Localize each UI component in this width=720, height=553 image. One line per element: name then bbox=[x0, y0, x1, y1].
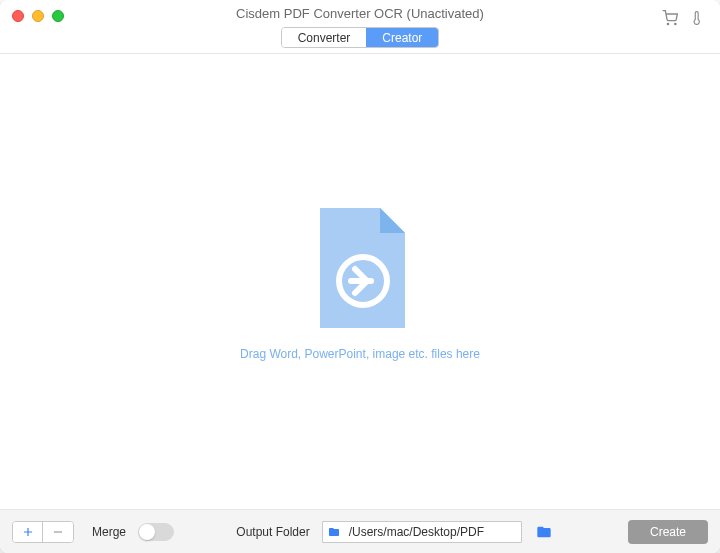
drop-zone[interactable]: Drag Word, PowerPoint, image etc. files … bbox=[0, 54, 720, 509]
bottom-toolbar: Merge Output Folder /Users/mac/Desktop/P… bbox=[0, 509, 720, 553]
create-button[interactable]: Create bbox=[628, 520, 708, 544]
browse-folder-button[interactable] bbox=[534, 522, 554, 542]
svg-point-1 bbox=[675, 23, 676, 24]
maximize-window-button[interactable] bbox=[52, 10, 64, 22]
add-remove-group bbox=[12, 521, 74, 543]
app-window: Cisdem PDF Converter OCR (Unactivated) C… bbox=[0, 0, 720, 553]
file-arrow-icon bbox=[305, 203, 415, 333]
add-file-button[interactable] bbox=[13, 522, 43, 542]
merge-label: Merge bbox=[92, 525, 126, 539]
svg-point-0 bbox=[667, 23, 668, 24]
tab-converter[interactable]: Converter bbox=[282, 28, 367, 47]
mode-tabs: Converter Creator bbox=[281, 27, 440, 48]
titlebar: Cisdem PDF Converter OCR (Unactivated) C… bbox=[0, 0, 720, 54]
output-path-field[interactable]: /Users/mac/Desktop/PDF bbox=[322, 521, 522, 543]
remove-file-button[interactable] bbox=[43, 522, 73, 542]
output-path-text: /Users/mac/Desktop/PDF bbox=[345, 525, 521, 539]
window-title: Cisdem PDF Converter OCR (Unactivated) bbox=[236, 6, 484, 21]
minimize-window-button[interactable] bbox=[32, 10, 44, 22]
close-window-button[interactable] bbox=[12, 10, 24, 22]
thermometer-icon[interactable] bbox=[690, 10, 706, 26]
tab-creator[interactable]: Creator bbox=[366, 28, 438, 47]
output-folder-label: Output Folder bbox=[236, 525, 309, 539]
titlebar-actions bbox=[662, 10, 706, 26]
window-controls bbox=[12, 10, 64, 22]
folder-mini-icon bbox=[323, 526, 345, 538]
merge-toggle[interactable] bbox=[138, 523, 174, 541]
drop-hint-text: Drag Word, PowerPoint, image etc. files … bbox=[240, 347, 480, 361]
toggle-knob bbox=[139, 524, 155, 540]
cart-icon[interactable] bbox=[662, 10, 678, 26]
